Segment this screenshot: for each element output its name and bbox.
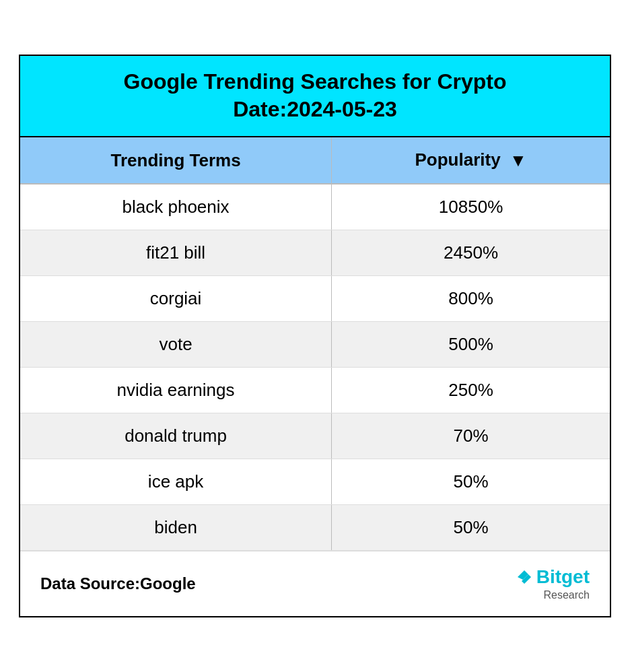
data-source-label: Data Source:Google <box>40 574 196 593</box>
bitget-research: Research <box>544 589 590 601</box>
sort-desc-icon: ▼ <box>510 150 527 171</box>
cell-term: ice apk <box>20 459 332 505</box>
cell-term: black phoenix <box>20 184 332 230</box>
footer: Data Source:Google Bitget Research <box>20 551 610 616</box>
cell-popularity: 800% <box>332 276 610 322</box>
cell-popularity: 500% <box>332 322 610 368</box>
title-bar: Google Trending Searches for Crypto Date… <box>20 56 610 137</box>
table-row: black phoenix10850% <box>20 184 610 230</box>
table-header-row: Trending Terms Popularity ▼ <box>20 137 610 184</box>
table-row: fit21 bill2450% <box>20 230 610 276</box>
bitget-name: Bitget <box>536 566 590 588</box>
cell-popularity: 250% <box>332 368 610 413</box>
bitget-icon <box>515 568 534 586</box>
page-title: Google Trending Searches for Crypto Date… <box>34 68 596 124</box>
cell-popularity: 2450% <box>332 230 610 276</box>
cell-popularity: 70% <box>332 413 610 459</box>
title-line1: Google Trending Searches for Crypto <box>124 69 507 94</box>
col-header-terms: Trending Terms <box>20 137 332 184</box>
table-row: vote500% <box>20 322 610 368</box>
cell-term: nvidia earnings <box>20 368 332 413</box>
cell-popularity: 50% <box>332 505 610 551</box>
table-row: ice apk50% <box>20 459 610 505</box>
table-row: donald trump70% <box>20 413 610 459</box>
cell-term: corgiai <box>20 276 332 322</box>
cell-term: vote <box>20 322 332 368</box>
main-container: Google Trending Searches for Crypto Date… <box>19 55 611 618</box>
cell-term: fit21 bill <box>20 230 332 276</box>
bitget-brand: Bitget <box>515 566 590 588</box>
cell-term: biden <box>20 505 332 551</box>
cell-popularity: 50% <box>332 459 610 505</box>
table-row: corgiai800% <box>20 276 610 322</box>
bitget-logo: Bitget Research <box>515 566 590 601</box>
table-row: biden50% <box>20 505 610 551</box>
cell-term: donald trump <box>20 413 332 459</box>
title-line2: Date:2024-05-23 <box>233 97 397 121</box>
cell-popularity: 10850% <box>332 184 610 230</box>
table-row: nvidia earnings250% <box>20 368 610 413</box>
col-header-popularity[interactable]: Popularity ▼ <box>332 137 610 184</box>
trending-table: Trending Terms Popularity ▼ black phoeni… <box>20 137 610 551</box>
